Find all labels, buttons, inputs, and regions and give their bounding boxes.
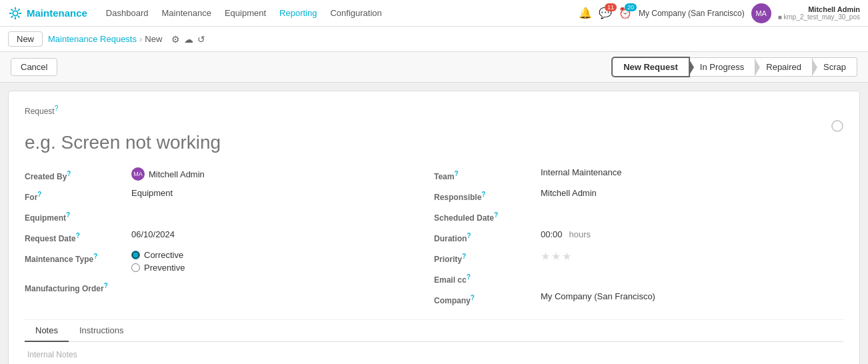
breadcrumb-actions: ⚙ ☁ ↺ [171, 34, 205, 45]
top-navigation: Maintenance Dashboard Maintenance Equipm… [0, 0, 868, 27]
form-right: Team? Internal Maintenance Responsible? … [434, 164, 843, 309]
for-label: For? [25, 188, 131, 202]
request-date-value[interactable]: 06/10/2024 [131, 229, 175, 239]
save-icon[interactable]: ☁ [184, 34, 193, 45]
team-value[interactable]: Internal Maintenance [541, 167, 621, 177]
nav-dashboard[interactable]: Dashboard [101, 5, 154, 21]
team-label: Team? [434, 167, 541, 181]
stage-scrap[interactable]: Scrap [813, 57, 857, 77]
priority-row: Priority? ★ ★ ★ [434, 247, 843, 267]
app-logo[interactable]: Maintenance [8, 6, 87, 21]
activities-button[interactable]: ⏰ 20 [619, 7, 632, 19]
created-by-help[interactable]: ? [67, 170, 71, 177]
email-cc-help[interactable]: ? [467, 273, 471, 281]
priority-label: Priority? [434, 250, 541, 264]
messages-button[interactable]: 💬 11 [599, 7, 612, 19]
email-cc-label: Email cc? [434, 271, 541, 285]
app-name: Maintenance [27, 7, 87, 19]
team-row: Team? Internal Maintenance [434, 164, 843, 185]
message-count: 11 [605, 3, 617, 11]
breadcrumb: Maintenance Requests › New [48, 34, 162, 44]
request-title-input[interactable] [25, 132, 843, 153]
settings-icon[interactable]: ⚙ [171, 34, 180, 45]
request-date-help[interactable]: ? [76, 232, 80, 239]
responsible-label: Responsible? [434, 188, 541, 202]
created-by-label: Created By? [25, 167, 131, 181]
maintenance-type-row: Maintenance Type? Corrective Preventive [25, 247, 434, 276]
preventive-option[interactable]: Preventive [131, 263, 185, 273]
new-button[interactable]: New [8, 31, 43, 47]
priority-help[interactable]: ? [462, 253, 466, 260]
status-indicator[interactable] [831, 120, 843, 132]
manufacturing-order-row: Manufacturing Order? [25, 276, 434, 297]
tab-instructions[interactable]: Instructions [69, 320, 134, 342]
company-name: My Company (San Francisco) [639, 9, 745, 18]
request-field-label: Request? [25, 105, 843, 116]
breadcrumb-parent[interactable]: Maintenance Requests [48, 34, 137, 44]
nav-configuration[interactable]: Configuration [325, 5, 387, 21]
nav-reporting[interactable]: Reporting [274, 5, 322, 21]
company-row: Company? My Company (San Francisco) [434, 288, 843, 309]
email-cc-row: Email cc? [434, 267, 843, 288]
duration-row: Duration? 00:00 hours [434, 226, 843, 247]
form-grid: Created By? MA Mitchell Admin For? Equip… [25, 164, 843, 309]
user-avatar[interactable]: MA [751, 3, 771, 23]
tabs-header: Notes Instructions [25, 320, 843, 342]
request-date-label: Request Date? [25, 229, 131, 243]
scheduled-date-help[interactable]: ? [494, 211, 498, 219]
nav-equipment[interactable]: Equipment [219, 5, 271, 21]
maintenance-type-help[interactable]: ? [93, 253, 97, 260]
for-help[interactable]: ? [37, 191, 41, 198]
for-row: For? Equipment [25, 185, 434, 205]
form-left: Created By? MA Mitchell Admin For? Equip… [25, 164, 434, 309]
priority-stars: ★ ★ ★ [541, 250, 571, 263]
star-1[interactable]: ★ [541, 250, 550, 263]
request-date-row: Request Date? 06/10/2024 [25, 226, 434, 247]
form-container: Request? Created By? MA Mitchell Admin F… [8, 91, 860, 364]
stage-in-progress[interactable]: In Progress [689, 57, 755, 77]
created-by-row: Created By? MA Mitchell Admin [25, 164, 434, 185]
internal-notes-placeholder[interactable]: Internal Notes [27, 350, 77, 359]
breadcrumb-separator: › [139, 34, 142, 44]
activity-count: 20 [625, 3, 637, 11]
stage-new-request[interactable]: New Request [612, 57, 689, 77]
preventive-radio[interactable] [131, 263, 140, 272]
for-value[interactable]: Equipment [131, 188, 173, 198]
tab-notes-content: Internal Notes [25, 342, 843, 364]
company-help[interactable]: ? [471, 294, 475, 301]
notification-bell[interactable]: 🔔 [579, 7, 592, 19]
company-label: Company? [434, 291, 541, 305]
team-help[interactable]: ? [454, 170, 458, 177]
duration-value: 00:00 hours [541, 229, 591, 239]
user-info: Mitchell Admin ■ kmp_2_test_may_30_pos [778, 5, 860, 21]
equipment-help[interactable]: ? [66, 211, 70, 219]
responsible-value[interactable]: Mitchell Admin [541, 188, 597, 198]
corrective-option[interactable]: Corrective [131, 250, 185, 260]
svg-point-0 [13, 11, 17, 15]
maintenance-type-label: Maintenance Type? [25, 250, 131, 264]
discard-icon[interactable]: ↺ [197, 34, 205, 45]
tab-notes[interactable]: Notes [25, 320, 69, 342]
corrective-radio[interactable] [131, 251, 140, 259]
stage-repaired[interactable]: Repaired [755, 57, 813, 77]
priority-value: ★ ★ ★ [541, 250, 571, 263]
maintenance-type-options: Corrective Preventive [131, 250, 185, 273]
scheduled-date-label: Scheduled Date? [434, 209, 541, 223]
duration-help[interactable]: ? [467, 232, 471, 239]
stage-buttons: New Request In Progress Repaired Scrap [612, 57, 857, 77]
responsible-help[interactable]: ? [481, 191, 485, 198]
created-by-avatar: MA [131, 167, 145, 181]
star-3[interactable]: ★ [562, 250, 571, 263]
main-toolbar: Cancel New Request In Progress Repaired … [0, 52, 868, 83]
nav-maintenance[interactable]: Maintenance [156, 5, 216, 21]
created-by-value: MA Mitchell Admin [131, 167, 205, 181]
request-help-icon[interactable]: ? [55, 105, 59, 112]
manufacturing-order-label: Manufacturing Order? [25, 279, 131, 293]
company-value[interactable]: My Company (San Francisco) [541, 291, 655, 301]
manufacturing-order-help[interactable]: ? [104, 282, 108, 289]
main-nav: Dashboard Maintenance Equipment Reportin… [101, 5, 387, 21]
user-sub: ■ kmp_2_test_may_30_pos [778, 13, 860, 21]
duration-label: Duration? [434, 229, 541, 243]
star-2[interactable]: ★ [551, 250, 561, 263]
cancel-button[interactable]: Cancel [11, 58, 57, 76]
